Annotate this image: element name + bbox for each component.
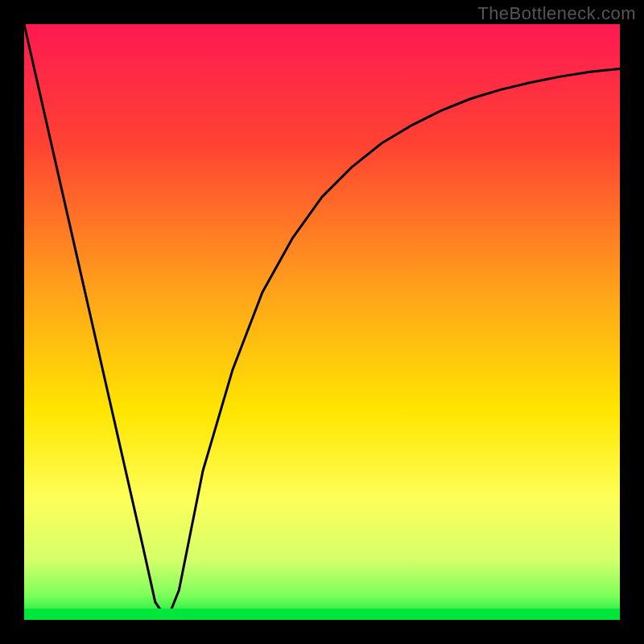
plot-svg: [24, 24, 620, 620]
watermark-text: TheBottleneck.com: [477, 3, 636, 24]
plot-frame: [24, 24, 620, 620]
gradient-background: [24, 24, 620, 620]
green-floor-strip: [24, 609, 620, 620]
